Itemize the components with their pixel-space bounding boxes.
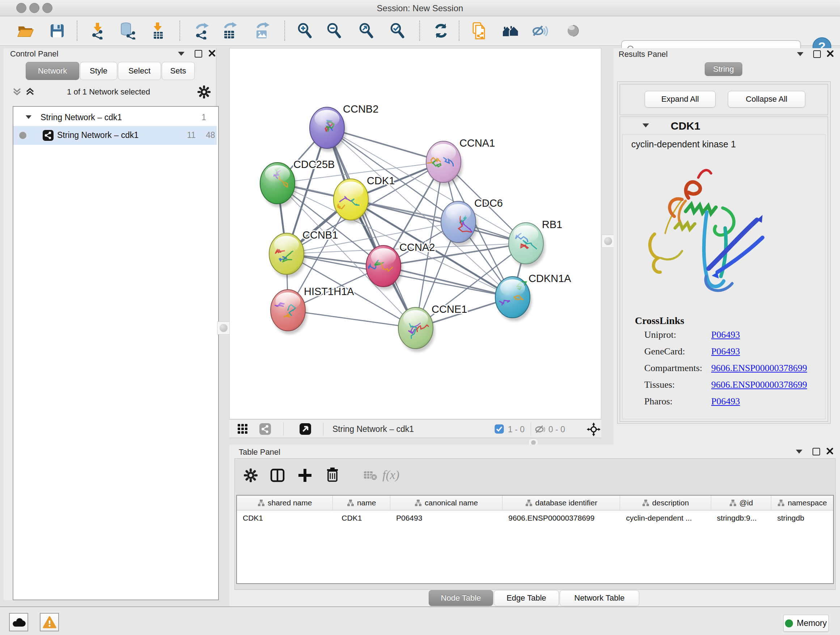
database-icon bbox=[118, 22, 136, 40]
results-panel-float-icon[interactable] bbox=[813, 50, 821, 58]
pan-crosshair-icon[interactable] bbox=[587, 423, 600, 436]
zoom-in-button[interactable] bbox=[295, 20, 315, 42]
expand-all-chevron-icon[interactable] bbox=[25, 87, 35, 97]
network-node-CCNB2[interactable] bbox=[309, 107, 346, 152]
collapse-all-button[interactable]: Collapse All bbox=[728, 91, 805, 108]
network-node-CCNA1[interactable] bbox=[426, 141, 463, 186]
network-node-CDC6[interactable] bbox=[441, 201, 477, 246]
status-bar: Memory bbox=[0, 606, 840, 635]
save-session-button[interactable] bbox=[47, 20, 67, 42]
tab-network[interactable]: Network bbox=[26, 62, 79, 80]
column-header-id[interactable]: @id bbox=[711, 496, 772, 510]
network-node-CCNA2[interactable] bbox=[366, 245, 403, 290]
column-header-database-identifier[interactable]: database identifier bbox=[502, 496, 620, 510]
export-table-button[interactable] bbox=[219, 20, 240, 42]
create-column-plus-icon[interactable] bbox=[297, 467, 313, 483]
import-network-file-button[interactable] bbox=[88, 20, 108, 42]
hide-selected-button[interactable] bbox=[530, 20, 550, 42]
selected-checkbox-icon[interactable] bbox=[494, 424, 504, 434]
tab-sets[interactable]: Sets bbox=[162, 62, 195, 80]
zoom-selected-button[interactable] bbox=[387, 20, 408, 42]
network-options-gear-icon[interactable] bbox=[197, 85, 211, 99]
table-options-gear-icon[interactable] bbox=[243, 468, 258, 483]
left-splitter-handle[interactable] bbox=[217, 321, 230, 334]
column-header-name[interactable]: name bbox=[333, 496, 390, 510]
column-header-namespace[interactable]: namespace bbox=[771, 496, 833, 510]
export-image-icon bbox=[253, 22, 271, 40]
collection-expand-icon[interactable] bbox=[26, 116, 32, 119]
node-table-row[interactable]: CDK1 CDK1 P06493 9606.ENSP00000378699 cy… bbox=[237, 510, 833, 526]
tab-node-table[interactable]: Node Table bbox=[429, 590, 493, 606]
crosslink-genecard-link[interactable]: P06493 bbox=[711, 346, 740, 357]
export-image-button[interactable] bbox=[252, 20, 272, 42]
cell-shared-name[interactable]: CDK1 bbox=[237, 510, 333, 526]
network-list-item-selected[interactable]: String Network – cdk1 11 48 bbox=[13, 126, 217, 145]
crosslink-compartments-link[interactable]: 9606.ENSP00000378699 bbox=[711, 363, 807, 374]
tab-string[interactable]: String bbox=[705, 62, 742, 76]
import-table-file-button[interactable] bbox=[148, 20, 168, 42]
open-session-button[interactable] bbox=[15, 20, 35, 42]
tab-select[interactable]: Select bbox=[118, 62, 161, 80]
column-header-canonical-name[interactable]: canonical name bbox=[390, 496, 502, 510]
collapse-all-chevron-icon[interactable] bbox=[11, 87, 22, 97]
show-all-button[interactable] bbox=[563, 20, 583, 42]
network-node-CDC25B[interactable] bbox=[260, 163, 297, 207]
table-panel-collapse-icon[interactable] bbox=[796, 450, 802, 454]
network-canvas[interactable]: CCNB2CCNA1CDC25BCDK1CDC6RB1CCNB1CCNA2CDK… bbox=[229, 48, 601, 419]
tab-style[interactable]: Style bbox=[80, 62, 117, 80]
right-splitter-handle[interactable] bbox=[602, 234, 615, 248]
control-panel-collapse-icon[interactable] bbox=[178, 52, 185, 56]
tab-network-table[interactable]: Network Table bbox=[560, 590, 639, 606]
expand-all-button[interactable]: Expand All bbox=[645, 91, 715, 108]
network-node-CCNE1[interactable] bbox=[398, 307, 435, 352]
cell-name[interactable]: CDK1 bbox=[333, 510, 390, 526]
tab-edge-table[interactable]: Edge Table bbox=[494, 590, 559, 606]
crosslink-tissues-link[interactable]: 9606.ENSP00000378699 bbox=[711, 379, 807, 390]
column-header-shared-name[interactable]: shared name bbox=[237, 496, 333, 510]
delete-column-trash-icon[interactable] bbox=[325, 467, 340, 483]
string-network-icon bbox=[42, 130, 54, 141]
memory-button[interactable]: Memory bbox=[783, 615, 829, 632]
title-bar: Session: New Session bbox=[0, 0, 840, 16]
control-panel-float-icon[interactable] bbox=[195, 50, 202, 57]
column-label: database identifier bbox=[535, 499, 598, 507]
network-share-icon[interactable] bbox=[259, 423, 271, 435]
results-panel-close-icon[interactable] bbox=[827, 50, 834, 57]
network-node-CDK1[interactable] bbox=[333, 179, 370, 223]
crosslink-pharos-link[interactable]: P06493 bbox=[711, 396, 740, 407]
cell-description[interactable]: cyclin-dependent ... bbox=[620, 510, 711, 526]
network-edge-CCNB2-CCNE1[interactable] bbox=[327, 128, 416, 328]
duplicate-network-button[interactable] bbox=[469, 20, 489, 42]
zoom-out-button[interactable] bbox=[324, 20, 344, 42]
column-label: name bbox=[357, 499, 376, 507]
import-network-database-button[interactable] bbox=[117, 20, 137, 42]
refresh-view-button[interactable] bbox=[431, 20, 451, 42]
export-network-button[interactable] bbox=[192, 20, 212, 42]
node-result-collapse-icon[interactable] bbox=[643, 124, 649, 127]
cloud-services-button[interactable] bbox=[9, 613, 28, 631]
network-graph[interactable]: CCNB2CCNA1CDC25BCDK1CDC6RB1CCNB1CCNA2CDK… bbox=[230, 49, 601, 419]
results-panel-collapse-icon[interactable] bbox=[797, 52, 804, 56]
show-columns-icon[interactable] bbox=[270, 467, 286, 483]
control-panel-close-icon[interactable] bbox=[208, 50, 216, 57]
table-panel-close-icon[interactable] bbox=[826, 448, 834, 455]
selected-counts: 1 - 0 bbox=[508, 424, 524, 434]
crosslink-uniprot-link[interactable]: P06493 bbox=[711, 329, 740, 340]
hidden-eye-slash-icon[interactable] bbox=[534, 424, 546, 434]
first-neighbors-button[interactable] bbox=[500, 20, 521, 42]
fit-content-button[interactable] bbox=[356, 20, 377, 42]
network-node-CDKN1A[interactable] bbox=[495, 277, 532, 321]
cell-namespace[interactable]: stringdb bbox=[771, 510, 833, 526]
cell-database-identifier[interactable]: 9606.ENSP00000378699 bbox=[502, 510, 620, 526]
network-node-RB1[interactable] bbox=[508, 223, 545, 267]
column-header-description[interactable]: description bbox=[620, 496, 711, 510]
birds-eye-grid-icon[interactable] bbox=[237, 424, 248, 434]
cell-id[interactable]: stringdb:9... bbox=[711, 510, 772, 526]
open-in-window-icon[interactable] bbox=[299, 423, 311, 435]
table-panel-float-icon[interactable] bbox=[813, 448, 820, 455]
warnings-button[interactable] bbox=[40, 613, 59, 631]
network-node-CCNB1[interactable] bbox=[269, 233, 306, 278]
network-collection-row[interactable]: String Network – cdk1 1 bbox=[13, 109, 217, 126]
network-node-HIST1H1A[interactable] bbox=[271, 290, 307, 334]
cell-canonical-name[interactable]: P06493 bbox=[390, 510, 502, 526]
